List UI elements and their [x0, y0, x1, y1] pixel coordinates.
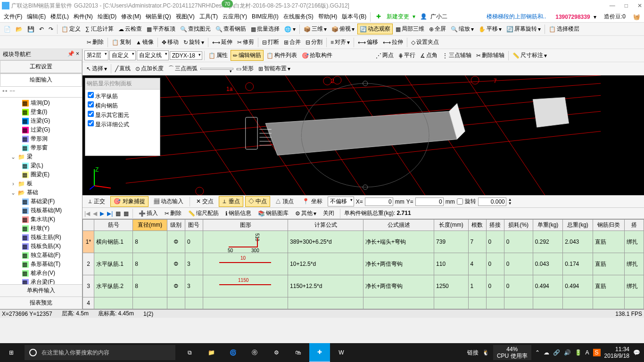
- checkbox-other[interactable]: 显示其它图元: [87, 110, 158, 120]
- parallel-button[interactable]: ⋕ 平行: [396, 50, 417, 60]
- component-tree[interactable]: ▦墙洞(D) ▦壁龛(I) ▦连梁(G) ▦过梁(G) ▦带形洞 ▦带形窗 ⌄📁…: [0, 98, 82, 284]
- rect-tool-button[interactable]: ▭ 矩形: [234, 64, 256, 74]
- checkbox-hbar[interactable]: 水平纵筋: [87, 91, 158, 101]
- task-folder[interactable]: 📁: [201, 343, 222, 362]
- view-canvas[interactable]: 钢筋显示控制面板 水平纵筋 横向钢筋 显示其它图元 显示详细公式 1a 2 7 …: [83, 75, 644, 195]
- pick-button[interactable]: 🎯 拾取构件: [300, 50, 334, 60]
- local-3d-button[interactable]: ▦ 局部三维: [394, 24, 426, 34]
- arc-dropdown[interactable]: [200, 68, 233, 70]
- menu-modify[interactable]: 修改(M): [119, 12, 143, 22]
- join-button[interactable]: ⊞ 合并: [282, 37, 303, 47]
- tray-up-icon[interactable]: ⌃: [535, 349, 540, 356]
- new-file-button[interactable]: 📄: [2, 25, 13, 33]
- tree-item[interactable]: ▦基础梁(F): [1, 197, 81, 206]
- tree-item[interactable]: ▦筏板负筋(X): [1, 242, 81, 251]
- offset-button[interactable]: ⟷ 偏移: [356, 37, 380, 47]
- open-file-button[interactable]: 📂: [14, 25, 25, 33]
- account-number[interactable]: 13907298339 ▾: [552, 13, 598, 21]
- zdyx-dropdown[interactable]: ZDYX-18: [170, 51, 202, 60]
- customline-dropdown[interactable]: 自定义线: [137, 50, 169, 60]
- extend-button[interactable]: ⟷ 延伸: [210, 37, 234, 47]
- new-change-button[interactable]: ✚ 新建变更 ▾: [372, 12, 417, 22]
- col-tie[interactable]: 搭: [625, 220, 644, 231]
- find-element-button[interactable]: 🔍 查找图元: [178, 24, 213, 34]
- col-level[interactable]: 级别: [167, 220, 185, 231]
- tree-item[interactable]: ▦带形窗: [1, 143, 81, 152]
- del-axis-button[interactable]: ✂ 删除辅轴: [474, 50, 506, 60]
- col-len[interactable]: 长度(mm): [434, 220, 468, 231]
- menu-bim[interactable]: BIM应用(I): [250, 12, 281, 22]
- edit-rebar-button[interactable]: ✏ 编辑钢筋: [231, 50, 264, 61]
- tray-qq-icon[interactable]: 🐧: [482, 349, 489, 356]
- tree-item[interactable]: ▦墙洞(D): [1, 99, 81, 107]
- rebar-delete-button[interactable]: ✂ 删除: [163, 208, 183, 218]
- cross-snap[interactable]: ✕ 交点: [193, 196, 217, 207]
- table-row[interactable]: 4: [83, 297, 644, 309]
- tree-item[interactable]: ▦独立基础(F): [1, 251, 81, 260]
- task-app-active[interactable]: ✚: [309, 343, 330, 362]
- menu-edit[interactable]: 编辑(E): [25, 12, 48, 22]
- tree-item[interactable]: ▦圈梁(E): [1, 170, 81, 179]
- tab-report-preview[interactable]: 报表预览: [0, 297, 82, 309]
- search-box[interactable]: 在这里输入你要搜索的内容: [25, 345, 175, 360]
- look-rebar-button[interactable]: 🔍 查看钢筋: [214, 24, 248, 34]
- col-loss[interactable]: 损耗(%): [504, 220, 533, 231]
- cloud-check-button[interactable]: ☁ 云检查: [116, 24, 144, 34]
- fullscreen-button[interactable]: ⊕ 全屏: [427, 24, 448, 34]
- tray-onedrive-icon[interactable]: ☁: [544, 349, 549, 356]
- tray-ime-a[interactable]: A: [586, 349, 589, 356]
- tree-item[interactable]: ▦承台梁(F): [1, 278, 81, 284]
- minimize-button[interactable]: —: [610, 2, 615, 9]
- dyn-input-toggle[interactable]: ▦ 动态输入: [150, 196, 187, 207]
- col-count[interactable]: 根数: [468, 220, 486, 231]
- expand-icon[interactable]: ⁺⁺: [2, 89, 8, 95]
- collapse-icon[interactable]: ⁻⁻: [9, 89, 15, 95]
- redo-button[interactable]: ↷: [47, 25, 55, 33]
- nav-any-button1[interactable]: ▦: [116, 210, 121, 217]
- mid-snap[interactable]: ◇ 中点: [245, 196, 270, 207]
- offset-dropdown[interactable]: 不偏移: [328, 197, 354, 206]
- menu-component[interactable]: 构件(N): [72, 12, 95, 22]
- scale-rebar-button[interactable]: 📏 缩尺配筋: [186, 208, 221, 218]
- copy-button[interactable]: 📋 复制: [110, 37, 133, 47]
- task-settings[interactable]: ⚙: [266, 343, 287, 362]
- tree-item[interactable]: ▦筏板主筋(R): [1, 233, 81, 242]
- dynamic-observe-button[interactable]: 🔄 动态观察: [357, 24, 393, 34]
- angle-stepper[interactable]: ▲▼: [508, 198, 512, 206]
- undo-button[interactable]: ↶: [37, 25, 46, 33]
- rotate-button[interactable]: ↻ 旋转 ▾: [182, 37, 206, 47]
- vert-snap[interactable]: △ 顶点: [272, 196, 297, 207]
- top-view-button[interactable]: 📦 俯视 ▾: [330, 24, 356, 34]
- floor-dropdown[interactable]: 第2层: [84, 50, 108, 60]
- tray-clock[interactable]: 11:342018/9/18: [604, 346, 629, 359]
- rebar-lib-button[interactable]: 📚 钢筋图库: [256, 208, 290, 218]
- pan-button[interactable]: ✋ 平移 ▾: [477, 24, 504, 34]
- align-button[interactable]: ≡ 对齐 ▾: [329, 37, 352, 47]
- attr-button[interactable]: 📋 属性: [206, 50, 230, 60]
- col-desc[interactable]: 公式描述: [363, 220, 434, 231]
- rebar-table[interactable]: 筋号 直径(mm) 级别 图号 图形 计算公式 公式描述 长度(mm) 根数 搭…: [83, 219, 644, 309]
- tree-item[interactable]: ▦梁(L): [1, 161, 81, 170]
- menu-file[interactable]: 文件(F): [2, 12, 24, 22]
- define-button[interactable]: 📋 定义: [59, 24, 83, 34]
- trim-button[interactable]: ✂ 修剪: [235, 37, 256, 47]
- tray-battery-icon[interactable]: 🔋: [575, 349, 582, 356]
- tab-single-input[interactable]: 单构件输入: [0, 285, 82, 297]
- custom-dropdown[interactable]: 自定义: [109, 50, 136, 60]
- zoom-button[interactable]: 🔍 缩放 ▾: [449, 24, 476, 34]
- nav-next-button[interactable]: ▶: [100, 210, 104, 217]
- tree-item[interactable]: ▦连梁(G): [1, 116, 81, 125]
- y-input[interactable]: [415, 197, 444, 206]
- x-input[interactable]: [365, 197, 393, 206]
- tray-notifications-icon[interactable]: 💬: [633, 349, 640, 356]
- col-diameter[interactable]: 直径(mm): [133, 220, 167, 231]
- tree-item[interactable]: ▦柱墩(Y): [1, 224, 81, 233]
- set-grip-button[interactable]: ◇ 设置夹点: [409, 37, 441, 47]
- split-button[interactable]: ⊟ 分割: [304, 37, 324, 47]
- col-formula[interactable]: 计算公式: [288, 220, 363, 231]
- smart-layout-button[interactable]: ⊞ 智能布置 ▾: [256, 64, 292, 74]
- task-view-button[interactable]: ⧉: [179, 343, 200, 362]
- task-edge[interactable]: ⓔ: [244, 343, 265, 362]
- nav-last-button[interactable]: ▶|: [107, 210, 113, 217]
- maximize-button[interactable]: □: [625, 2, 628, 9]
